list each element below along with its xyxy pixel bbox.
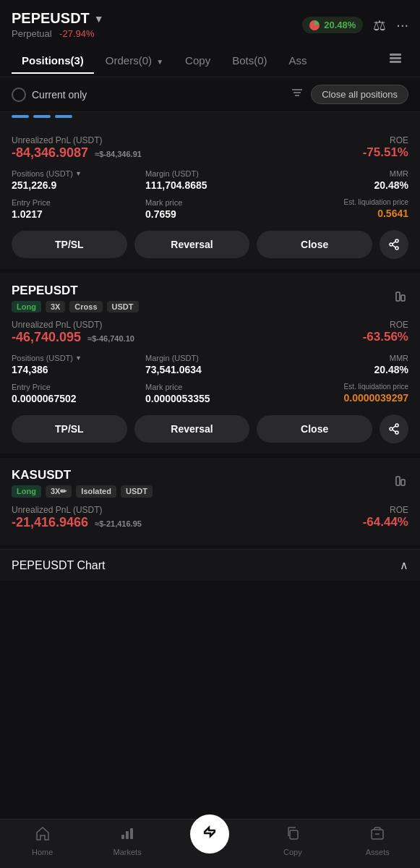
tab-ass[interactable]: Ass — [279, 47, 317, 74]
card-2-header: PEPEUSDT Long 3X Cross USDT — [12, 284, 408, 312]
card-1-pnl-left: Unrealized PnL (USDT) -84,346.9087 ≈$-84… — [12, 135, 142, 161]
svg-rect-12 — [401, 295, 405, 301]
nav-markets[interactable]: Markets — [106, 825, 149, 856]
card-2-reversal-button[interactable]: Reversal — [134, 415, 250, 443]
card-1-positions-stat: Positions (USDT) ▼ 251,226.9 — [12, 169, 141, 191]
card-3-badge-long: Long — [12, 485, 41, 498]
card-2-entry-label: Entry Price — [12, 383, 141, 391]
card-1-liq-label: Est. liquidation price — [279, 198, 408, 206]
card-2-symbol: PEPEUSDT — [12, 284, 139, 298]
card-1-entry-label: Entry Price — [12, 198, 141, 207]
pair-dropdown-icon[interactable]: ▼ — [94, 13, 104, 25]
tab-copy[interactable]: Copy — [175, 47, 220, 74]
card-1-share-button[interactable] — [380, 230, 408, 259]
copy-icon — [285, 825, 301, 846]
card-1-liq-stat: Est. liquidation price 0.5641 — [279, 198, 408, 220]
home-icon — [35, 825, 51, 846]
chart-bar[interactable]: PEPEUSDT Chart ∧ — [0, 549, 420, 581]
nav-center-button[interactable] — [190, 814, 229, 854]
nav-markets-label: Markets — [113, 848, 142, 856]
card-2-positions-label: Positions (USDT) ▼ — [12, 354, 141, 362]
badge-usdt: USDT — [107, 301, 139, 312]
card-2-pnl-row: Unrealized PnL (USDT) -46,740.095 ≈$-46,… — [12, 320, 408, 345]
nav-home[interactable]: Home — [21, 825, 64, 856]
card-1-roe-label: ROE — [363, 135, 408, 145]
card-3-pnl-row: Unrealized PnL (USDT) -21,416.9466 ≈$-21… — [12, 505, 408, 530]
pair-title[interactable]: PEPEUSDT ▼ — [12, 10, 104, 27]
tab-orders[interactable]: Orders(0) ▼ — [95, 47, 173, 74]
svg-rect-21 — [126, 831, 129, 839]
card-3-roe-value: -64.44% — [363, 515, 408, 529]
card-2-pnl-label: Unrealized PnL (USDT) — [12, 320, 134, 330]
toggle-circle — [12, 88, 26, 102]
chart-collapse-icon[interactable]: ∧ — [400, 558, 408, 572]
svg-rect-22 — [130, 828, 133, 839]
orders-dropdown-icon: ▼ — [156, 58, 163, 66]
card-1-positions-label: Positions (USDT) ▼ — [12, 169, 141, 178]
card-2-entry-stat: Entry Price 0.0000067502 — [12, 383, 141, 404]
current-only-toggle[interactable]: Current only — [12, 88, 87, 102]
card-1-tpsl-button[interactable]: TP/SL — [12, 231, 127, 258]
card-3-symbol-area: KASUSDT Long 3X✏ Isolated USDT — [12, 468, 153, 498]
card-2-mmr-label: MMR — [279, 354, 408, 362]
nav-copy-label: Copy — [283, 848, 302, 856]
card-3-pnl-label: Unrealized PnL (USDT) — [12, 505, 142, 515]
card-2-roe-right: ROE -63.56% — [363, 320, 408, 344]
card-2-actions: TP/SL Reversal Close — [12, 414, 408, 443]
card-3-roe-label: ROE — [363, 505, 408, 515]
svg-line-10 — [393, 245, 396, 247]
card-3-badge-3x: 3X✏ — [46, 485, 72, 498]
card-1-entry-value: 1.0217 — [12, 208, 141, 220]
card-2-liq-label: Est. liquidation price — [279, 383, 408, 391]
card-3-edit-icon[interactable] — [393, 473, 408, 493]
svg-rect-11 — [396, 292, 400, 301]
card-3-badge-usdt: USDT — [121, 485, 153, 498]
card-1-pnl-row: Unrealized PnL (USDT) -84,346.9087 ≈$-84… — [12, 135, 408, 161]
header-left: PEPEUSDT ▼ Perpetual -27.94% — [12, 10, 104, 40]
tab-positions[interactable]: Positions(3) — [12, 47, 94, 74]
more-options-icon[interactable]: ··· — [396, 17, 408, 33]
svg-line-16 — [393, 426, 396, 428]
filter-icon[interactable] — [291, 86, 304, 103]
svg-rect-23 — [290, 830, 298, 839]
tab-bots[interactable]: Bots(0) — [222, 47, 277, 74]
card-2-roe-label: ROE — [363, 320, 408, 330]
card-2-margin-stat: Margin (USDT) 73,541.0634 — [145, 354, 275, 375]
position-card-2: PEPEUSDT Long 3X Cross USDT Unrealized P… — [0, 273, 420, 458]
card-1-reversal-button[interactable]: Reversal — [134, 231, 250, 258]
badge-long: Long — [12, 301, 41, 312]
card-2-edit-icon[interactable] — [393, 289, 408, 308]
card-2-tpsl-button[interactable]: TP/SL — [12, 415, 127, 443]
donut-chart-icon — [309, 20, 320, 30]
card-2-pnl-value: -46,740.095 ≈$-46,740.10 — [12, 330, 134, 345]
card-1-close-button[interactable]: Close — [257, 231, 372, 258]
pair-symbol: PEPEUSDT — [12, 10, 90, 27]
card-1-pnl-value: -84,346.9087 ≈$-84,346.91 — [12, 145, 142, 161]
nav-copy[interactable]: Copy — [271, 825, 314, 856]
card-1-mmr-value: 20.48% — [279, 179, 408, 191]
card-2-close-button[interactable]: Close — [257, 415, 372, 443]
assets-icon — [369, 825, 385, 846]
card-2-positions-stat: Positions (USDT) ▼ 174,386 — [12, 354, 141, 375]
chart-label: PEPEUSDT Chart — [12, 559, 106, 572]
badge-cross: Cross — [69, 301, 102, 312]
card-2-pnl-left: Unrealized PnL (USDT) -46,740.095 ≈$-46,… — [12, 320, 134, 345]
card-2-margin-value: 73,541.0634 — [145, 364, 275, 375]
table-view-icon[interactable] — [382, 44, 408, 77]
card-2-share-button[interactable] — [380, 414, 408, 443]
card-1-mmr-stat: MMR 20.48% — [279, 169, 408, 191]
nav-assets[interactable]: Assets — [356, 825, 399, 856]
pct-badge[interactable]: 20.48% — [302, 17, 363, 33]
card-3-pnl-value: -21,416.9466 ≈$-21,416.95 — [12, 515, 142, 530]
card-1-margin-value: 111,704.8685 — [145, 179, 275, 191]
svg-rect-19 — [401, 480, 405, 485]
card-1-stats: Positions (USDT) ▼ 251,226.9 Margin (USD… — [12, 169, 408, 220]
svg-rect-0 — [390, 54, 401, 56]
card-2-entry-value: 0.0000067502 — [12, 393, 141, 404]
card-2-mark-stat: Mark price 0.0000053355 — [145, 383, 275, 404]
card-1-mmr-label: MMR — [279, 169, 408, 178]
chart-icon[interactable]: ⚖ — [373, 17, 386, 34]
card-3-badges: Long 3X✏ Isolated USDT — [12, 485, 153, 498]
close-all-button[interactable]: Close all positions — [311, 85, 408, 104]
card-1-pnl-label: Unrealized PnL (USDT) — [12, 135, 142, 145]
